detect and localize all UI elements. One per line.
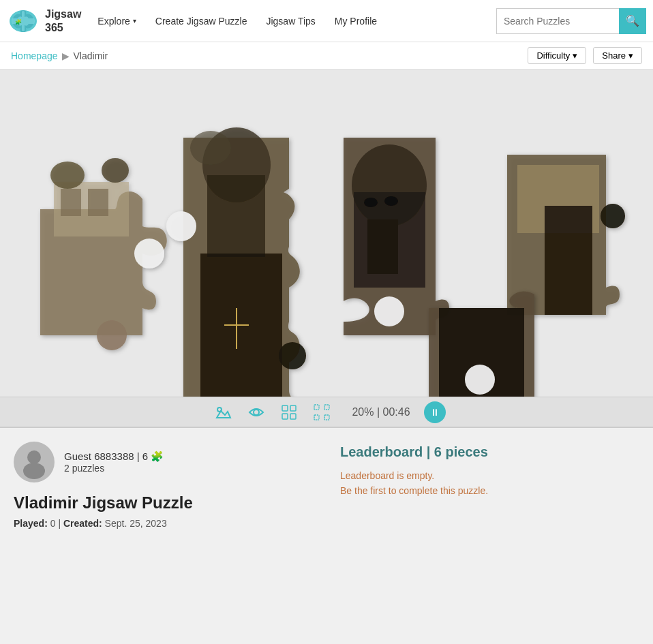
logo-line2: 365	[45, 21, 81, 34]
search-input[interactable]	[496, 8, 619, 34]
breadcrumb-bar: Homepage ▶ Vladimir Difficulty ▾ Share ▾	[0, 42, 653, 70]
search-icon: 🔍	[626, 14, 639, 27]
user-name: Guest 6883388 | 6 🧩	[64, 450, 164, 463]
svg-rect-39	[324, 415, 329, 420]
svg-point-15	[166, 211, 196, 241]
breadcrumb-current: Vladimir	[74, 50, 108, 61]
svg-rect-34	[282, 414, 288, 419]
svg-point-40	[27, 450, 41, 464]
created-label: Created:	[63, 518, 102, 529]
svg-point-30	[217, 408, 222, 412]
svg-point-23	[374, 296, 404, 326]
svg-point-8	[97, 320, 127, 350]
svg-point-21	[384, 196, 398, 206]
puzzle-title: Vladimir Jigsaw Puzzle	[14, 493, 313, 512]
svg-rect-38	[314, 415, 319, 420]
svg-rect-22	[367, 219, 398, 274]
logo[interactable]: 🧩 Jigsaw 365	[7, 5, 81, 37]
chevron-down-icon: ▾	[133, 17, 136, 25]
user-info: Guest 6883388 | 6 🧩 2 puzzles Vladimir J…	[14, 442, 313, 529]
svg-rect-3	[61, 189, 81, 216]
grid-button[interactable]	[273, 399, 305, 426]
progress-info: 20% | 00:46	[352, 406, 410, 418]
progress-percent: 20%	[352, 406, 374, 418]
nav-tips[interactable]: Jigsaw Tips	[256, 0, 324, 42]
svg-point-26	[601, 204, 625, 228]
svg-rect-4	[88, 189, 108, 216]
svg-point-20	[364, 198, 378, 207]
pause-icon: ⏸	[430, 407, 440, 418]
user-details: Guest 6883388 | 6 🧩 2 puzzles	[64, 450, 164, 474]
breadcrumb-actions: Difficulty ▾ Share ▾	[528, 47, 642, 64]
mountains-button[interactable]	[207, 399, 240, 426]
breadcrumb-home[interactable]: Homepage	[11, 50, 58, 61]
svg-rect-35	[290, 414, 296, 419]
elapsed-time: 00:46	[383, 406, 410, 418]
svg-point-7	[134, 239, 164, 269]
chevron-down-icon: ▾	[628, 50, 633, 61]
leaderboard-empty: Leaderboard is empty. Be the first to co…	[340, 468, 639, 499]
svg-rect-37	[324, 405, 329, 410]
played-label: Played:	[14, 518, 48, 529]
logo-icon: 🧩	[7, 5, 40, 37]
svg-rect-25	[545, 206, 592, 315]
puzzle-svg	[0, 70, 653, 397]
pause-button[interactable]: ⏸	[424, 401, 446, 423]
leaderboard-empty-line2: Be the first to complete this puzzle.	[340, 483, 639, 498]
user-card: Guest 6883388 | 6 🧩 2 puzzles	[14, 442, 313, 482]
breadcrumb: Homepage ▶ Vladimir	[11, 50, 108, 61]
scatter-button[interactable]	[305, 399, 338, 426]
share-button[interactable]: Share ▾	[593, 47, 642, 64]
svg-point-41	[23, 463, 45, 479]
svg-text:🧩: 🧩	[15, 18, 22, 25]
user-pieces: 6	[142, 450, 148, 462]
svg-point-14	[190, 131, 231, 165]
bottom-section: Guest 6883388 | 6 🧩 2 puzzles Vladimir J…	[0, 428, 653, 549]
puzzle-piece-icon: 🧩	[151, 450, 164, 462]
avatar	[14, 442, 55, 482]
svg-point-31	[254, 410, 259, 415]
svg-point-28	[465, 365, 495, 395]
leaderboard: Leaderboard | 6 pieces Leaderboard is em…	[340, 442, 639, 529]
leaderboard-empty-line1: Leaderboard is empty.	[340, 468, 639, 483]
svg-rect-36	[314, 405, 319, 410]
logo-line1: Jigsaw	[45, 7, 81, 20]
controls-bar: 20% | 00:46 ⏸	[0, 397, 653, 428]
preview-button[interactable]	[240, 399, 273, 426]
puzzle-area[interactable]	[0, 70, 653, 397]
svg-rect-10	[207, 175, 265, 257]
breadcrumb-separator: ▶	[62, 50, 70, 61]
nav-explore[interactable]: Explore ▾	[88, 0, 145, 42]
svg-point-17	[279, 342, 306, 369]
puzzle-meta: Played: 0 | Created: Sept. 25, 2023	[14, 518, 313, 529]
svg-point-5	[50, 162, 85, 189]
search-area: 🔍	[496, 8, 646, 34]
difficulty-button[interactable]: Difficulty ▾	[528, 47, 586, 64]
main-nav: Explore ▾ Create Jigsaw Puzzle Jigsaw Ti…	[88, 0, 496, 42]
created-value: Sept. 25, 2023	[105, 518, 167, 529]
chevron-down-icon: ▾	[573, 50, 577, 61]
svg-point-6	[102, 158, 129, 183]
nav-profile[interactable]: My Profile	[325, 0, 386, 42]
svg-rect-33	[290, 405, 296, 411]
puzzle-canvas[interactable]	[0, 70, 653, 397]
played-value: 0	[50, 518, 56, 529]
user-puzzle-count: 2 puzzles	[64, 463, 164, 474]
site-header: 🧩 Jigsaw 365 Explore ▾ Create Jigsaw Puz…	[0, 0, 653, 42]
leaderboard-title: Leaderboard | 6 pieces	[340, 444, 639, 460]
svg-rect-32	[282, 405, 288, 411]
progress-separator: |	[377, 406, 383, 418]
nav-create[interactable]: Create Jigsaw Puzzle	[146, 0, 257, 42]
search-button[interactable]: 🔍	[619, 8, 646, 34]
